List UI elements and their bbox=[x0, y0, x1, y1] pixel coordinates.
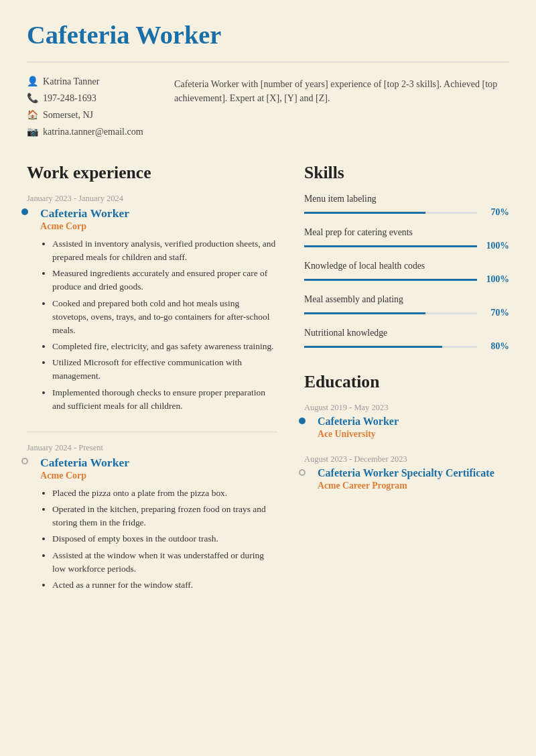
skill-pct-2: 100% bbox=[484, 274, 509, 285]
job-bullets-2: Placed the pizza onto a plate from the p… bbox=[40, 487, 277, 592]
main-content: Work experience January 2023 - January 2… bbox=[27, 163, 509, 611]
education-title: Education bbox=[304, 372, 509, 392]
contact-phone: 📞 197-248-1693 bbox=[27, 92, 147, 104]
edu-entry-0: August 2019 - May 2023 Cafeteria Worker … bbox=[304, 403, 509, 440]
skill-bar-fill-3 bbox=[304, 312, 425, 314]
location-icon: 🏠 bbox=[27, 109, 38, 121]
bullet-filled-1 bbox=[21, 208, 28, 215]
skill-bar-bg-4 bbox=[304, 346, 477, 348]
edu-bullet-empty-1 bbox=[299, 469, 306, 476]
skill-pct-3: 70% bbox=[484, 308, 509, 318]
job-company-2: Acme Corp bbox=[40, 470, 277, 481]
edu-date-1: August 2023 - December 2023 bbox=[304, 454, 509, 464]
bullet-item: Operated in the kitchen, preparing froze… bbox=[52, 503, 277, 529]
work-experience-section: Work experience January 2023 - January 2… bbox=[27, 163, 277, 611]
contact-email: 📷 katrina.tanner@email.com bbox=[27, 126, 147, 137]
skill-item-2: Knowledge of local health codes 100% bbox=[304, 261, 509, 285]
edu-entry-1: August 2023 - December 2023 Cafeteria Wo… bbox=[304, 454, 509, 491]
job-title-1: Cafeteria Worker bbox=[40, 206, 277, 220]
bullet-item: Acted as a runner for the window staff. bbox=[52, 578, 277, 592]
skill-bar-fill-4 bbox=[304, 346, 442, 348]
contact-info: 👤 Katrina Tanner 📞 197-248-1693 🏠 Somers… bbox=[27, 76, 147, 143]
skill-label-2: Knowledge of local health codes bbox=[304, 261, 509, 271]
header-section: 👤 Katrina Tanner 📞 197-248-1693 🏠 Somers… bbox=[27, 76, 509, 143]
job-date-1: January 2023 - January 2024 bbox=[27, 194, 277, 204]
bullet-item: Placed the pizza onto a plate from the p… bbox=[52, 487, 277, 500]
bullet-item: Disposed of empty boxes in the outdoor t… bbox=[52, 532, 277, 546]
skill-bar-bg-2 bbox=[304, 279, 477, 281]
skills-section: Skills Menu item labeling 70% Meal prep … bbox=[304, 163, 509, 352]
skills-title: Skills bbox=[304, 163, 509, 183]
skill-bar-bg-1 bbox=[304, 245, 477, 247]
summary: Cafeteria Worker with [number of years] … bbox=[174, 76, 509, 143]
skill-pct-1: 100% bbox=[484, 241, 509, 251]
skill-label-1: Meal prep for catering events bbox=[304, 227, 509, 238]
job-date-2: January 2024 - Present bbox=[27, 443, 277, 453]
education-section: Education August 2019 - May 2023 Cafeter… bbox=[304, 372, 509, 491]
skill-bar-bg-0 bbox=[304, 212, 477, 214]
skill-label-3: Meal assembly and plating bbox=[304, 294, 509, 305]
skill-bar-row-2: 100% bbox=[304, 274, 509, 285]
edu-bullet-filled-0 bbox=[299, 418, 306, 424]
skill-item-0: Menu item labeling 70% bbox=[304, 194, 509, 218]
phone-icon: 📞 bbox=[27, 92, 38, 104]
edu-degree-0: Cafeteria Worker bbox=[318, 416, 509, 428]
contact-location: 🏠 Somerset, NJ bbox=[27, 109, 147, 121]
skill-label-0: Menu item labeling bbox=[304, 194, 509, 204]
skill-pct-4: 80% bbox=[484, 341, 509, 352]
skill-item-4: Nutritional knowledge 80% bbox=[304, 328, 509, 352]
skill-item-1: Meal prep for catering events 100% bbox=[304, 227, 509, 251]
work-experience-title: Work experience bbox=[27, 163, 277, 183]
bullet-item: Implemented thorough checks to ensure pr… bbox=[52, 386, 277, 413]
bullet-empty-2 bbox=[21, 458, 28, 464]
job-title-2: Cafeteria Worker bbox=[40, 456, 277, 470]
job-entry-2: January 2024 - Present Cafeteria Worker … bbox=[27, 443, 277, 592]
skill-bar-row-1: 100% bbox=[304, 241, 509, 251]
skill-bar-row-4: 80% bbox=[304, 341, 509, 352]
right-column: Skills Menu item labeling 70% Meal prep … bbox=[304, 163, 509, 611]
edu-school-0: Ace University bbox=[318, 429, 509, 440]
job-entry-1: January 2023 - January 2024 Cafeteria Wo… bbox=[27, 194, 277, 413]
bullet-item: Measured ingredients accurately and ensu… bbox=[52, 267, 277, 294]
bullet-item: Completed fire, electricity, and gas saf… bbox=[52, 340, 277, 353]
skill-item-3: Meal assembly and plating 70% bbox=[304, 294, 509, 318]
skill-pct-0: 70% bbox=[484, 207, 509, 218]
page-title: Cafeteria Worker bbox=[27, 20, 509, 50]
edu-school-1: Acme Career Program bbox=[318, 481, 509, 491]
bullet-item: Assisted in inventory analysis, verified… bbox=[52, 237, 277, 264]
edu-date-0: August 2019 - May 2023 bbox=[304, 403, 509, 413]
skill-bar-bg-3 bbox=[304, 312, 477, 314]
skill-bar-fill-1 bbox=[304, 245, 477, 247]
bullet-item: Utilized Microsoft for effective communi… bbox=[52, 356, 277, 383]
edu-degree-1: Cafeteria Worker Specialty Certificate bbox=[318, 467, 509, 479]
contact-name: 👤 Katrina Tanner bbox=[27, 76, 147, 87]
skill-bar-fill-0 bbox=[304, 212, 425, 214]
bullet-item: Assisted at the window when it was under… bbox=[52, 549, 277, 576]
skill-bar-row-3: 70% bbox=[304, 308, 509, 318]
skill-label-4: Nutritional knowledge bbox=[304, 328, 509, 338]
bullet-item: Cooked and prepared both cold and hot me… bbox=[52, 297, 277, 337]
skill-bar-row-0: 70% bbox=[304, 207, 509, 218]
work-divider bbox=[27, 432, 277, 432]
person-icon: 👤 bbox=[27, 76, 38, 87]
job-bullets-1: Assisted in inventory analysis, verified… bbox=[40, 237, 277, 413]
header-divider bbox=[27, 62, 509, 62]
skill-bar-fill-2 bbox=[304, 279, 477, 281]
job-company-1: Acme Corp bbox=[40, 220, 277, 232]
email-icon: 📷 bbox=[27, 126, 38, 137]
